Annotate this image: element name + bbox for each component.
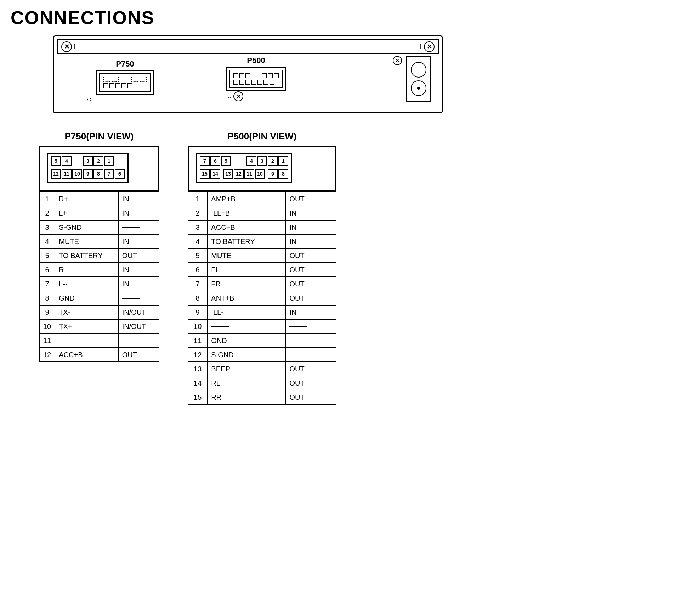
page-title: CONNECTIONS: [11, 7, 681, 28]
table-row: 7 L-- IN: [39, 277, 159, 291]
p750-connector-body: [96, 70, 154, 95]
pin-dir: [118, 220, 159, 234]
pin-dir: OUT: [285, 192, 336, 206]
p750-pin-diagram: 5 4 3 2 1 12 11 10 9 8 7 6: [39, 146, 159, 192]
pin-500-8: 8: [278, 169, 288, 179]
right-top-x: ✕: [393, 56, 402, 65]
pin-num: 5: [39, 249, 55, 263]
table-row: 8 GND: [39, 291, 159, 305]
p500-connector-label: P500: [206, 56, 306, 65]
table-row: 6 R- IN: [39, 263, 159, 277]
pin-num: 2: [188, 206, 207, 220]
pin-name: GND: [207, 333, 285, 348]
right-x-circle: ✕: [424, 41, 435, 52]
pin-num: 11: [188, 333, 207, 348]
p750-connector-label: P750: [86, 59, 164, 69]
pin-dir: OUT: [285, 277, 336, 291]
pin-num: 3: [39, 220, 55, 234]
pin-dir: IN: [118, 206, 159, 220]
table-row: 5 MUTE OUT: [188, 249, 336, 263]
pin-num: 7: [39, 277, 55, 291]
p500-pin-view-section: P500(PIN VIEW) 7 6 5 4 3 2 1 15 14: [188, 131, 336, 405]
table-row: 1 AMP+B OUT: [188, 192, 336, 206]
pin-dir: [118, 291, 159, 305]
table-row: 6 FL OUT: [188, 263, 336, 277]
p500-top-row: 7 6 5 4 3 2 1: [200, 156, 288, 166]
pin-name: TO BATTERY: [55, 249, 118, 263]
table-row: 4 TO BATTERY IN: [188, 234, 336, 249]
pin-750-7: 7: [104, 169, 114, 179]
p750-bot-row: 12 11 10 9 8 7 6: [51, 169, 125, 179]
pin-num: 7: [188, 277, 207, 291]
table-row: 2 L+ IN: [39, 206, 159, 220]
pin-name: RL: [207, 376, 285, 390]
pin-500-5: 5: [221, 156, 231, 166]
unit-top-bar: ✕ I I ✕: [57, 39, 439, 54]
table-row: 4 MUTE IN: [39, 234, 159, 249]
pin-500-2: 2: [268, 156, 278, 166]
pin-name: R-: [55, 263, 118, 277]
pin-500-13: 13: [223, 169, 233, 179]
pin-num: 4: [188, 234, 207, 249]
pin-dir: [285, 333, 336, 348]
pin-750-6: 6: [115, 169, 125, 179]
pin-num: 1: [188, 192, 207, 206]
pin-num: 14: [188, 376, 207, 390]
pin-name: BEEP: [207, 362, 285, 376]
pin-750-10: 10: [72, 169, 82, 179]
pin-name: ACC+B: [55, 348, 118, 362]
pin-name: TX-: [55, 305, 118, 319]
pin-name: [55, 333, 118, 348]
left-x-label: ✕ I: [61, 41, 76, 52]
pin-num: 12: [188, 348, 207, 362]
pin-num: 4: [39, 234, 55, 249]
pin-num: 10: [39, 319, 55, 333]
right-elements: ✕: [393, 56, 431, 102]
pin-750-5: 5: [51, 156, 61, 166]
p750-pin-view-title: P750(PIN VIEW): [39, 131, 159, 142]
right-box: [406, 56, 431, 102]
pin-name: TX+: [55, 319, 118, 333]
pin-750-12: 12: [51, 169, 61, 179]
pin-name: ILL-: [207, 305, 285, 319]
pin-dir: IN: [118, 234, 159, 249]
table-row: 14 RL OUT: [188, 376, 336, 390]
p500-conn-inner: [229, 70, 283, 88]
p500-pin-diagram: 7 6 5 4 3 2 1 15 14 13 12 11 10: [188, 146, 336, 192]
pin-dir: OUT: [285, 291, 336, 305]
p500-pin-view-title: P500(PIN VIEW): [188, 131, 336, 142]
pin-750-3: 3: [83, 156, 93, 166]
pin-num: 6: [39, 263, 55, 277]
table-row: 12 S.GND: [188, 348, 336, 362]
pin-num: 5: [188, 249, 207, 263]
big-circle-2: [411, 80, 426, 96]
pin-name: [207, 319, 285, 333]
unit-diagram: ✕ I I ✕ P750: [53, 35, 443, 113]
pin-500-1: 1: [278, 156, 288, 166]
p500-connector-body: [226, 67, 286, 91]
pin-500-4: 4: [246, 156, 256, 166]
pin-name: GND: [55, 291, 118, 305]
big-circle-1: [411, 62, 426, 78]
p500-table: 1 AMP+B OUT 2 ILL+B IN 3 ACC+B IN 4 TO B…: [188, 192, 336, 405]
p750-top-row: 5 4 3 2 1: [51, 156, 125, 166]
p750-connector: P750: [86, 59, 164, 101]
pin-dir: OUT: [285, 263, 336, 277]
p750-conn-inner: [99, 73, 151, 92]
pin-num: 6: [188, 263, 207, 277]
pin-num: 9: [188, 305, 207, 319]
pin-num: 12: [39, 348, 55, 362]
pin-dir: OUT: [285, 376, 336, 390]
pin-num: 13: [188, 362, 207, 376]
p500-bot-row: 15 14 13 12 11 10 9 8: [200, 169, 288, 179]
pin-name: S.GND: [207, 348, 285, 362]
pin-dir: [118, 333, 159, 348]
table-row: 11 GND: [188, 333, 336, 348]
pin-name: L+: [55, 206, 118, 220]
table-row: 3 ACC+B IN: [188, 220, 336, 234]
pin-500-3: 3: [257, 156, 267, 166]
pin-name: ILL+B: [207, 206, 285, 220]
pin-name: FR: [207, 277, 285, 291]
pin-num: 1: [39, 192, 55, 206]
pin-name: MUTE: [55, 234, 118, 249]
